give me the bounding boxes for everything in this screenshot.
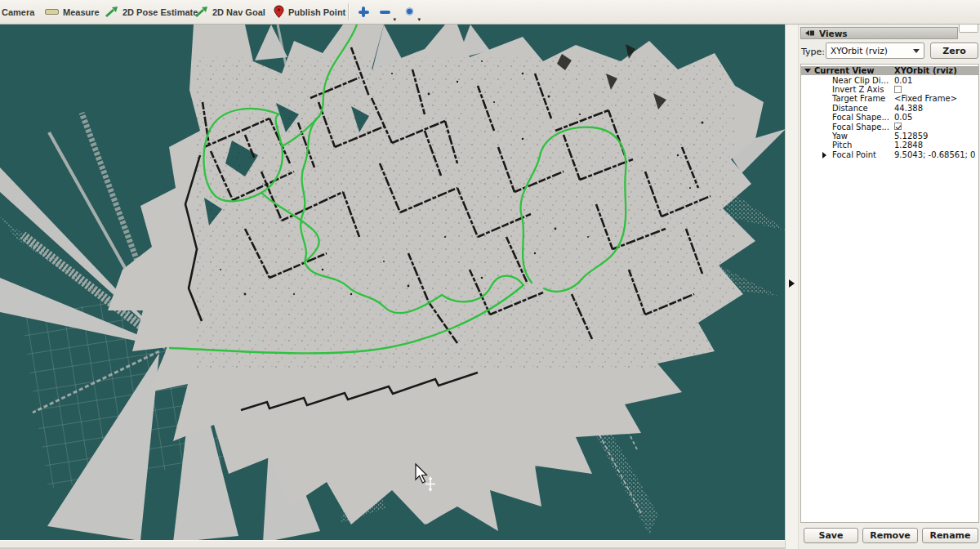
property-value: XYOrbit (rviz) bbox=[894, 66, 957, 75]
add-tool-button[interactable] bbox=[354, 2, 373, 21]
chevron-down-icon bbox=[913, 49, 920, 53]
expander-open-icon[interactable] bbox=[804, 69, 811, 73]
type-label: Type: bbox=[801, 47, 825, 57]
tree-row-yaw[interactable]: Yaw 5.12859 bbox=[801, 132, 978, 141]
tree-row-focal-shape-fixed[interactable]: Focal Shape... bbox=[801, 122, 978, 131]
checkbox-unchecked[interactable] bbox=[894, 86, 902, 93]
tree-row-invert-z[interactable]: Invert Z Axis bbox=[801, 85, 978, 94]
camera-tool-button[interactable]: Camera bbox=[2, 0, 34, 24]
checkbox-checked[interactable] bbox=[894, 123, 902, 130]
property-label: Yaw bbox=[832, 132, 848, 141]
green-arrow-icon bbox=[105, 7, 118, 18]
save-button[interactable]: Save bbox=[804, 528, 858, 543]
property-label: Current View bbox=[814, 66, 875, 75]
property-label: Pitch bbox=[832, 141, 852, 150]
publish-point-tool-button[interactable]: Publish Point bbox=[274, 0, 345, 24]
map-noise bbox=[196, 57, 735, 368]
render-viewport[interactable] bbox=[0, 25, 785, 540]
rename-button[interactable]: Rename bbox=[922, 528, 978, 543]
nav-goal-tool-button[interactable]: 2D Nav Goal bbox=[194, 0, 265, 24]
tree-row-near-clip[interactable]: Near Clip Di... 0.01 bbox=[801, 75, 978, 84]
property-value: 9.5043; -0.68561; 0 bbox=[894, 150, 975, 159]
toolbar-separator bbox=[348, 3, 349, 20]
property-label: Focal Shape... bbox=[832, 113, 889, 122]
measure-tool-button[interactable]: Measure bbox=[45, 0, 100, 24]
slam-map-scene bbox=[0, 25, 785, 540]
chevron-down-icon: ▾ bbox=[393, 16, 396, 22]
measure-icon bbox=[45, 9, 59, 15]
view-properties-tree: Current View XYOrbit (rviz) Near Clip Di… bbox=[800, 64, 979, 523]
property-value: 5.12859 bbox=[894, 132, 928, 141]
expander-collapsed-icon[interactable] bbox=[822, 152, 826, 158]
view-type-value: XYOrbit (rviz) bbox=[831, 46, 888, 56]
minus-icon bbox=[380, 11, 390, 14]
property-value: <Fixed Frame> bbox=[894, 94, 957, 103]
tree-row-distance[interactable]: Distance 44.388 bbox=[801, 104, 978, 113]
green-arrow-icon bbox=[194, 7, 208, 18]
property-value: 0.01 bbox=[894, 76, 912, 85]
map-pin-icon bbox=[274, 5, 284, 19]
panel-dock-icon bbox=[804, 29, 815, 37]
view-type-dropdown[interactable]: XYOrbit (rviz) bbox=[826, 42, 924, 59]
pose-estimate-label: 2D Pose Estimate bbox=[122, 7, 198, 17]
views-panel-title: Views bbox=[819, 29, 848, 38]
camera-tool-label: Camera bbox=[2, 7, 34, 17]
publish-point-label: Publish Point bbox=[288, 7, 345, 17]
panel-collapse-arrow-icon[interactable] bbox=[789, 279, 795, 288]
zero-button[interactable]: Zero bbox=[930, 42, 978, 59]
pose-estimate-tool-button[interactable]: 2D Pose Estimate bbox=[105, 0, 198, 24]
toolbar: Camera Measure 2D Pose Estimate 2D Nav G… bbox=[0, 0, 980, 25]
tree-row-focal-point[interactable]: Focal Point 9.5043; -0.68561; 0 bbox=[801, 150, 978, 159]
property-label: Target Frame bbox=[832, 94, 885, 103]
panel-splitter[interactable] bbox=[785, 25, 798, 549]
property-label: Focal Point bbox=[832, 150, 876, 159]
property-label: Focal Shape... bbox=[832, 123, 889, 132]
property-label: Invert Z Axis bbox=[832, 85, 884, 94]
focus-icon bbox=[405, 7, 414, 16]
focus-camera-button[interactable]: ▾ bbox=[399, 2, 419, 21]
views-panel: Views Type: XYOrbit (rviz) Zero Current … bbox=[798, 25, 980, 549]
property-value: 1.2848 bbox=[894, 141, 923, 150]
nav-goal-label: 2D Nav Goal bbox=[212, 7, 265, 17]
chevron-down-icon: ▾ bbox=[417, 16, 421, 22]
property-value: 0.05 bbox=[894, 113, 912, 122]
panel-close-button[interactable] bbox=[959, 25, 978, 33]
property-label: Near Clip Di... bbox=[832, 76, 889, 85]
tree-row-focal-shape-size[interactable]: Focal Shape... 0.05 bbox=[801, 113, 978, 122]
remove-tool-button[interactable]: ▾ bbox=[375, 2, 394, 21]
tree-row-current-view[interactable]: Current View XYOrbit (rviz) bbox=[801, 66, 978, 75]
measure-tool-label: Measure bbox=[63, 7, 100, 17]
window-bottom-edge bbox=[0, 540, 785, 549]
plus-icon bbox=[359, 7, 369, 17]
property-value: 44.388 bbox=[894, 104, 923, 113]
remove-button[interactable]: Remove bbox=[862, 528, 918, 543]
tree-row-pitch[interactable]: Pitch 1.2848 bbox=[801, 141, 978, 150]
views-panel-header[interactable]: Views bbox=[800, 27, 958, 39]
tree-row-target-frame[interactable]: Target Frame <Fixed Frame> bbox=[801, 94, 978, 103]
property-label: Distance bbox=[832, 104, 868, 113]
